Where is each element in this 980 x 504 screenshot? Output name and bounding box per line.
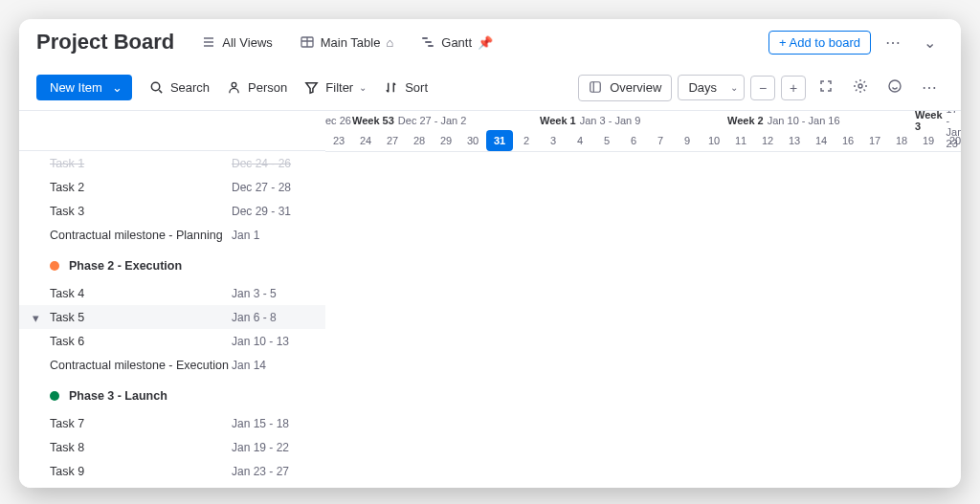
day-header: 28 [406,130,433,151]
day-header: 17 [861,130,888,151]
add-to-board-button[interactable]: + Add to board [768,31,871,55]
view-main-table[interactable]: Main Table ⌂ [300,34,394,50]
board-title: Project Board [36,30,174,55]
task-name: Task 2 [50,181,232,194]
view-gantt-label: Gantt [441,35,472,50]
plus-icon: + [790,80,797,96]
overview-button[interactable]: Overview [578,75,672,101]
search-icon [149,80,165,96]
zoom-out-button[interactable]: − [750,76,775,100]
task-row[interactable]: Task 8Jan 19 - 22 [19,435,325,459]
task-name: Task 8 [50,441,232,454]
expand-icon [818,78,834,98]
phase-name: Phase 3 - Launch [69,389,167,403]
day-header: 7 [647,130,674,151]
task-dates: Dec 27 - 28 [232,181,291,194]
settings-button[interactable] [846,74,875,102]
phase-name: Phase 2 - Execution [69,259,182,273]
chevron-down-icon: ⌄ [924,33,936,52]
chevron-down-icon: ⌄ [112,80,122,95]
day-header: 23 [325,130,352,151]
search-button[interactable]: Search [149,80,210,96]
svg-point-4 [151,82,159,90]
day-header: 6 [620,130,647,151]
task-row[interactable]: Task 4Jan 3 - 5 [19,281,325,305]
overview-label: Overview [610,80,661,95]
phase-row[interactable]: Phase 2 - Execution [19,253,325,277]
day-header: 4 [567,130,593,151]
task-name: Task 5 [50,311,232,324]
day-header: 9 [674,130,701,151]
filter-label: Filter [325,80,353,95]
zoom-label: Days [688,80,717,95]
task-row[interactable]: Task 9Jan 23 - 27 [19,459,325,483]
all-views-label: All Views [222,35,273,50]
week-header: Week 2 Jan 10 - Jan 16 [727,111,840,130]
day-header: 13 [781,130,808,151]
svg-rect-3 [428,45,434,47]
dots-icon: ⋯ [922,78,937,97]
week-header: Week 1 Jan 3 - Jan 9 [540,111,640,130]
task-dates: Jan 1 [232,229,259,242]
day-header: 11 [727,130,754,151]
day-header: 16 [835,130,861,151]
task-row[interactable]: ▾Task 5Jan 6 - 8 [19,305,325,329]
task-row[interactable]: Task 2Dec 27 - 28 [19,175,325,199]
task-name: Task 1 [50,157,232,170]
task-dates: Jan 6 - 8 [232,311,277,324]
day-header: 19 [915,130,942,151]
new-item-button[interactable]: New Item ⌄ [36,75,132,100]
day-header: 24 [352,130,379,151]
sort-icon [384,80,399,96]
day-header: 30 [459,130,486,151]
task-dates: Jan 14 [232,359,266,372]
task-dates: Jan 23 - 27 [232,465,289,478]
filter-button[interactable]: Filter ⌄ [304,80,367,96]
minus-icon: − [759,80,767,96]
more-button[interactable]: ⋯ [915,74,944,102]
expand-icon[interactable]: ▾ [33,311,46,324]
task-row[interactable]: Task 3Dec 29 - 31 [19,199,325,223]
task-dates: Jan 15 - 18 [232,417,289,430]
day-header: 20 [942,130,961,151]
phase-row[interactable]: Phase 3 - Launch [19,383,325,407]
day-header: 3 [540,130,567,151]
svg-rect-6 [590,81,601,92]
overview-icon [589,80,604,96]
week-header: Week 53 Dec 27 - Jan 2 [352,111,466,130]
chevron-down-icon: ⌄ [359,82,367,93]
sort-button[interactable]: Sort [384,80,428,96]
week-header: ec 26 [325,111,351,130]
pin-icon: 📌 [478,35,493,50]
task-dates: Dec 29 - 31 [232,205,291,218]
person-filter[interactable]: Person [227,80,287,96]
board-options-button[interactable]: ⋯ [879,28,907,56]
dots-icon: ⋯ [885,33,901,52]
task-dates: Dec 24 - 26 [232,157,291,170]
fullscreen-button[interactable] [812,74,840,102]
new-item-label: New Item [50,80,102,95]
day-header: 18 [888,130,915,151]
svg-point-5 [232,82,236,87]
all-views-menu[interactable]: All Views [201,34,273,50]
task-row[interactable]: Contractual milestone - ExecutionJan 14 [19,353,325,377]
person-icon [227,80,242,96]
collapse-toggle[interactable]: ⌄ [915,28,944,56]
feedback-button[interactable] [880,74,909,102]
task-row[interactable]: Task 1Dec 24 - 26 [19,151,325,175]
task-dates: Jan 3 - 5 [232,287,277,300]
chevron-down-icon: ⌄ [730,82,738,93]
day-header: 14 [808,130,835,151]
smile-icon [887,78,902,98]
view-gantt[interactable]: Gantt 📌 [420,34,493,50]
task-name: Contractual milestone - Planning [50,229,232,242]
task-dates: Jan 19 - 22 [232,441,289,454]
task-row[interactable]: Contractual milestone - PlanningJan 1 [19,223,325,247]
task-row[interactable]: Contractual milestone - LaunchJan 28 [19,483,325,488]
task-row[interactable]: Task 7Jan 15 - 18 [19,411,325,435]
add-to-board-label: + Add to board [779,35,860,50]
sort-label: Sort [405,80,428,95]
zoom-select[interactable]: Days ⌄ [678,75,745,100]
zoom-in-button[interactable]: + [781,76,806,100]
task-row[interactable]: Task 6Jan 10 - 13 [19,329,325,353]
